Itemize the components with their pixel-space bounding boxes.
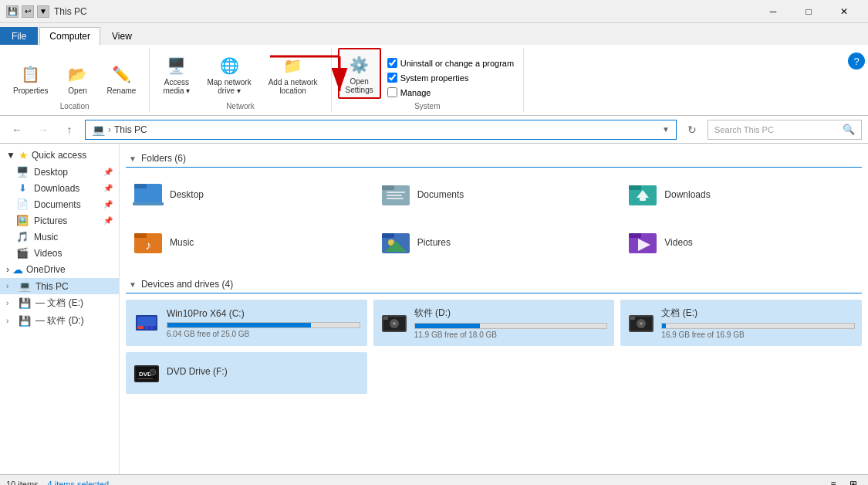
folders-toggle[interactable]: ▼ [129,154,137,163]
add-network-location-button[interactable]: 📁 Add a networklocation [262,49,325,99]
svg-rect-5 [133,202,164,205]
svg-rect-16 [134,233,147,238]
this-pc-label: This PC [35,281,113,292]
refresh-button[interactable]: ↻ [681,119,703,141]
f-drive-info: DVD Drive (F:) [167,366,360,380]
uninstall-checkbox-item[interactable]: Uninstall or change a program [384,56,517,70]
folders-section-header: ▼ Folders (6) [126,150,862,168]
back-button[interactable]: ← [6,119,28,141]
properties-icon: 📋 [19,62,43,86]
grid-view-button[interactable]: ⊞ [845,477,862,486]
sidebar: ▼ ★ Quick access 🖥️ Desktop 📌 ⬇ Download… [0,144,120,474]
svg-rect-28 [145,326,148,329]
access-media-label: Accessmedia ▾ [163,78,190,95]
help-button[interactable]: ? [848,53,865,70]
address-separator: › [108,124,111,135]
sidebar-item-music[interactable]: 🎵 Music [0,229,119,245]
documents-icon: 📄 [15,198,29,210]
drive-item-d[interactable]: 软件 (D:) 11.9 GB free of 18.0 GB [373,300,615,346]
sidebar-item-ruanjian-d[interactable]: › 💾 — 软件 (D:) [0,312,119,330]
title-bar-left: 💾 ↩ ▼ This PC [6,5,87,18]
wendang-e-icon: 💾 [19,297,31,309]
folder-item-downloads[interactable]: Downloads [620,174,862,215]
sidebar-item-desktop[interactable]: 🖥️ Desktop 📌 [0,164,119,180]
d-drive-icon [380,309,408,337]
svg-rect-19 [382,233,394,238]
sidebar-item-downloads[interactable]: ⬇ Downloads 📌 [0,180,119,196]
manage-checkbox-item[interactable]: Manage [384,86,517,99]
properties-button[interactable]: 📋 Properties [6,58,56,99]
d-drive-name: 软件 (D:) [414,307,608,320]
this-pc-expand-icon: › [6,282,14,290]
drive-item-c[interactable]: Win10Pro X64 (C:) 6.04 GB free of 25.0 G… [126,300,367,346]
folder-item-music[interactable]: ♪ Music [126,222,367,263]
ribbon-tabs: File Computer View [0,23,868,45]
sidebar-item-pictures[interactable]: 🖼️ Pictures 📌 [0,212,119,229]
desktop-folder-icon [133,181,164,209]
e-drive-space: 16.9 GB free of 16.9 GB [661,331,855,339]
maximize-button[interactable]: □ [791,0,826,23]
onedrive-header[interactable]: › ☁ OneDrive [0,261,119,278]
up-button[interactable]: ↑ [59,119,80,141]
folder-item-desktop[interactable]: Desktop [126,174,367,215]
svg-rect-7 [382,185,394,190]
e-drive-bar-container [661,323,855,329]
save-icon[interactable]: 💾 [6,5,19,18]
devices-toggle[interactable]: ▼ [129,280,137,289]
sidebar-item-wendang-e[interactable]: › 💾 — 文档 (E:) [0,294,119,312]
ribbon-group-system: ⚙️ OpenSettings Uninstall or change a pr… [332,48,525,112]
open-icon: 📂 [66,62,90,86]
d-drive-space: 11.9 GB free of 18.0 GB [414,331,608,339]
sidebar-item-videos[interactable]: 🎬 Videos [0,245,119,261]
list-view-button[interactable]: ≡ [825,477,842,486]
documents-pin-icon: 📌 [103,200,113,209]
f-drive-icon: DVD [133,359,160,387]
quick-access-header[interactable]: ▼ ★ Quick access [0,147,119,164]
desktop-folder-name: Desktop [170,189,204,200]
tab-view[interactable]: View [102,27,142,45]
open-button[interactable]: 📂 Open [59,58,97,99]
uninstall-checkbox[interactable] [387,58,397,68]
map-network-drive-button[interactable]: 🌐 Map networkdrive ▾ [200,49,258,99]
tab-file[interactable]: File [0,27,38,45]
system-properties-label: System properties [400,73,469,83]
folders-grid: Desktop Documents [126,174,862,263]
svg-text:♪: ♪ [145,239,151,252]
sidebar-item-documents[interactable]: 📄 Documents 📌 [0,196,119,212]
drive-item-e[interactable]: 文档 (E:) 16.9 GB free of 16.9 GB [620,300,862,346]
folder-item-documents[interactable]: Documents [373,174,615,215]
search-placeholder: Search This PC [714,125,839,134]
folder-item-pictures[interactable]: Pictures [373,222,615,263]
undo-icon[interactable]: ↩ [22,5,34,18]
open-settings-button[interactable]: ⚙️ OpenSettings [338,48,381,99]
search-field[interactable]: Search This PC 🔍 [708,120,862,140]
dropdown-icon[interactable]: ▼ [37,5,49,18]
folder-item-videos[interactable]: Videos [620,222,862,263]
open-settings-label: OpenSettings [346,77,373,94]
address-dropdown-icon[interactable]: ▼ [662,125,670,134]
system-properties-checkbox-item[interactable]: System properties [384,71,517,84]
drive-item-f[interactable]: DVD DVD Drive (F:) [126,352,367,394]
pictures-folder-name: Pictures [417,237,451,248]
svg-rect-14 [640,198,646,201]
rename-icon: ✏️ [109,62,133,86]
sidebar-item-this-pc[interactable]: › 💻 This PC [0,278,119,294]
access-media-button[interactable]: 🖥️ Accessmedia ▾ [156,49,197,99]
map-drive-icon: 🌐 [217,53,241,78]
system-properties-checkbox[interactable] [387,73,397,83]
window-title: This PC [54,6,87,17]
manage-checkbox[interactable] [387,87,397,97]
forward-button[interactable]: → [32,119,54,141]
address-field[interactable]: 💻 › This PC ▼ [85,120,677,140]
e-drive-name: 文档 (E:) [661,307,855,320]
music-folder-name: Music [170,237,194,248]
music-icon: 🎵 [15,231,29,242]
tab-computer[interactable]: Computer [39,27,100,46]
rename-button[interactable]: ✏️ Rename [100,58,144,99]
documents-folder-icon [380,181,411,209]
minimize-button[interactable]: ─ [755,0,791,23]
close-button[interactable]: ✕ [826,0,862,23]
svg-rect-9 [387,195,402,196]
c-drive-space: 6.04 GB free of 25.0 GB [167,330,360,338]
onedrive-icon: ☁ [12,263,23,276]
